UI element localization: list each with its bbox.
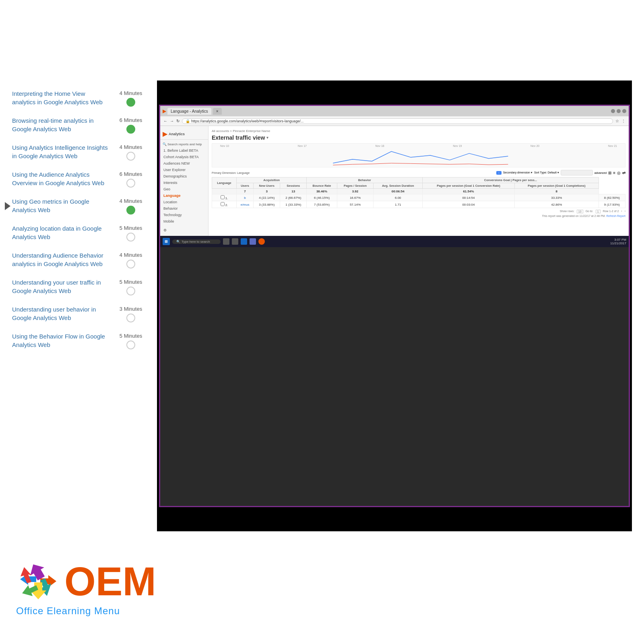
ga-settings-item[interactable]: ⚙ [160,227,208,233]
prev-btn[interactable]: ‹ [496,171,501,175]
search-taskbar[interactable]: 🔍 Type here to search [172,239,221,244]
totals-cell-7: 61.54% [423,189,515,194]
table-view-icon[interactable]: ⊞ [608,171,611,175]
course-item-text-9[interactable]: Understanding user behavior in Google An… [12,305,109,322]
pie-view-icon[interactable]: ◎ [617,171,621,175]
col-bounce-rate[interactable]: Bounce Rate [307,183,337,189]
taskbar-cortana[interactable] [223,238,229,245]
ga-nav-cohort-analysis-beta[interactable]: Cohort Analysis BETA [160,154,208,160]
ga-nav-1.-before-label-beta[interactable]: 1. Before Label BETA [160,147,208,154]
tab-active[interactable]: Language - Analytics [167,108,211,115]
start-button[interactable]: ⊞ [163,238,170,245]
ga-nav-technology[interactable]: Technology [160,212,208,218]
course-item-text-4[interactable]: Using the Audience Analytics Overview in… [12,170,109,187]
course-item-text-2[interactable]: Browsing real-time analytics in Google A… [12,116,109,133]
show-rows-label: Show rows: [560,210,574,213]
goto-input[interactable]: 1 [596,210,601,213]
course-item-5: Using Geo metrics in Google Analytics We… [12,192,149,219]
refresh-report-link[interactable]: Refresh Report [607,215,625,217]
course-item-text-8[interactable]: Understanding your user traffic in Googl… [12,278,109,295]
ga-main: All accounts > Pinnacle Enterprise Name … [208,126,629,236]
ga-table-controls: Primary Dimension: Language ‹ Secondary … [212,170,625,175]
ga-nav-geo[interactable]: Geo [160,186,208,192]
bookmark-icon[interactable]: ☆ [615,119,619,123]
compare-icon[interactable]: ⇄ [622,171,625,175]
table-cell-0-0[interactable]: b [236,194,253,201]
taskbar-explorer-icon[interactable] [250,238,256,245]
col-users[interactable]: Users [236,183,253,189]
menu-icon[interactable]: ⋮ [621,119,625,123]
course-item-6: Analyzing location data in Google Analyt… [12,219,149,246]
taskbar-ie-icon[interactable] [241,238,247,245]
secondary-dimension-btn[interactable]: Secondary dimension ▾ [503,171,533,174]
course-item-text-3[interactable]: Using Analytics Intelligence Insights in… [12,143,109,160]
table-cell-1-3: 7 (53.85%) [307,201,337,208]
forward-btn[interactable]: → [170,119,174,123]
date-label-nov10: Nov 10 [220,144,229,147]
col-completions[interactable]: Pages per session (Goal 1 Completions) [514,183,599,189]
ga-nav-interests[interactable]: Interests [160,180,208,186]
url-bar[interactable]: 🔒 https://analytics.google.com/analytics… [182,118,613,124]
prev-page-btn[interactable]: ‹ [621,210,622,213]
course-item-text-1[interactable]: Interpreting the Home View analytics in … [12,89,109,106]
ga-logo-symbol: ▶ [163,130,167,138]
sort-type-btn[interactable]: Sort Type: Default ▾ [534,171,559,174]
course-item-1: Interpreting the Home View analytics in … [12,85,149,111]
table-cell-0-1: 4 (22.14%) [254,194,280,201]
rows-select[interactable]: 10 [577,210,583,213]
ga-nav-demographics[interactable]: Demographics [160,173,208,180]
table-search[interactable] [561,170,593,175]
logo-container: OEM Office Elearning Menu [16,559,156,617]
ga-nav-language[interactable]: Language [160,192,208,199]
course-item-text-10[interactable]: Using the Behavior Flow in Google Analyt… [12,332,109,349]
table-cell-0-3: 6 (46.15%) [307,194,337,201]
bottom-logo-area: OEM Office Elearning Menu [0,531,644,644]
taskbar-chrome-icon[interactable] [258,238,265,245]
col-sessions[interactable]: Sessions [280,183,307,189]
course-item-10: Using the Behavior Flow in Google Analyt… [12,327,149,354]
ga-nav-behavior[interactable]: Behavior [160,205,208,212]
table-cell-0-7: 33.33% [514,194,599,201]
course-sidebar: Interpreting the Home View analytics in … [12,80,149,531]
advanced-btn[interactable]: advanced [594,171,607,174]
col-avg-duration[interactable]: Avg. Session Duration [374,183,423,189]
table-cell-0-5: 6.00 [374,194,423,201]
close-btn[interactable] [622,109,626,113]
course-item-text-6[interactable]: Analyzing location data in Google Analyt… [12,224,109,241]
course-item-text-7[interactable]: Understanding Audience Behavior analytic… [12,251,109,268]
svg-marker-6 [21,567,31,583]
next-page-btn[interactable]: › [625,210,625,213]
date-label-nov17: Nov 17 [298,144,307,147]
date-label-nov20: Nov 20 [530,144,539,147]
col-new-users[interactable]: New Users [254,183,280,189]
ga-nav-audiences-new[interactable]: Audiences NEW [160,160,208,167]
active-arrow-indicator [5,202,10,210]
top-whitespace [0,0,644,80]
course-item-minutes-8: 5 Minutes [120,279,142,285]
totals-cell-3: 13 [280,189,307,194]
ga-title-dropdown-icon[interactable]: ▾ [266,136,268,140]
logo-row: OEM [16,559,156,603]
minimize-btn[interactable] [611,109,615,113]
row-checkbox-0[interactable] [221,195,225,199]
reload-btn[interactable]: ↻ [176,119,180,123]
ga-content: ▶ Analytics 🔍 Search reports and help 1.… [160,126,629,236]
ga-pagination: Show rows: 10 Go to: 1 Row 1-2 of 2 ‹ › [212,210,625,213]
taskbar-taskview[interactable] [232,238,238,245]
primary-dimension-label: Primary Dimension: Language [212,171,250,174]
col-header-language[interactable]: Language [212,178,237,189]
course-item-text-5[interactable]: Using Geo metrics in Google Analytics We… [12,197,109,214]
col-pages-session[interactable]: Pages / Session [337,183,374,189]
table-cell-1-0[interactable]: e/mus [236,201,253,208]
back-btn[interactable]: ← [163,119,167,123]
ga-nav-user-explorer[interactable]: User Explorer [160,167,208,173]
maximize-btn[interactable] [617,109,621,113]
table-cell-1-8: 9 (17.93%) [599,201,625,208]
ga-nav-mobile[interactable]: Mobile [160,218,208,225]
col-conv-rate[interactable]: Pages per session (Goal 1 Conversion Rat… [423,183,515,189]
bar-view-icon[interactable]: ≡ [613,171,615,175]
course-item-status-1 [126,98,135,107]
table-row-1: 2.e/mus3 (33.88%)1 (33.33%)7 (53.85%)57.… [212,201,625,208]
ga-nav-location[interactable]: Location [160,199,208,205]
row-checkbox-1[interactable] [221,202,225,206]
